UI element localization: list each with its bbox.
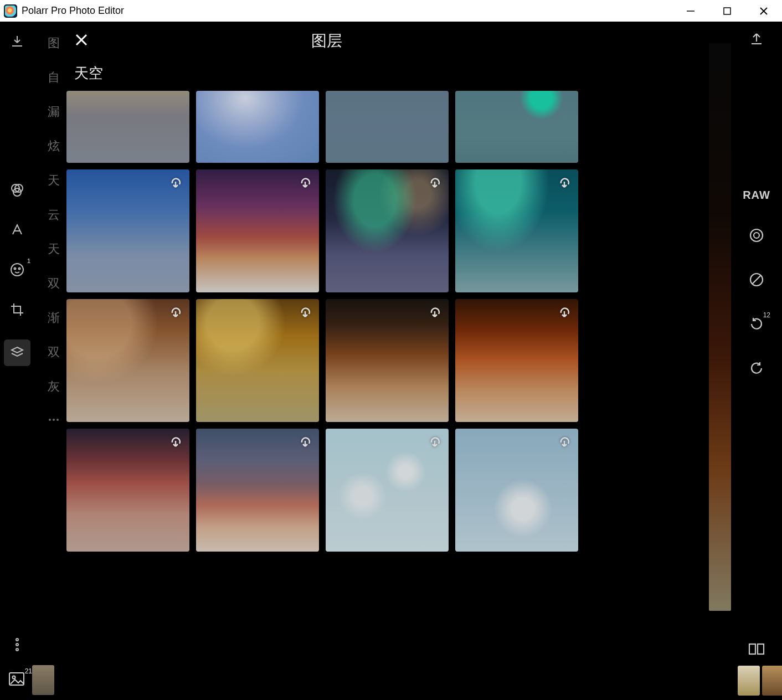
svg-point-11: [16, 639, 18, 641]
image-library-icon[interactable]: 21: [8, 671, 27, 689]
svg-point-18: [754, 233, 759, 238]
download-icon[interactable]: [298, 306, 312, 322]
category-item[interactable]: 图: [48, 35, 60, 52]
export-icon[interactable]: [748, 30, 765, 49]
category-item[interactable]: 天: [48, 172, 60, 189]
target-icon[interactable]: [748, 227, 765, 246]
svg-point-15: [53, 419, 55, 421]
window-titlebar: Polarr Pro Photo Editor: [0, 0, 782, 22]
sky-tile[interactable]: [326, 91, 449, 163]
category-item[interactable]: 天: [48, 241, 60, 258]
bottom-thumbnail-strip: 21: [0, 660, 782, 700]
sky-tile[interactable]: [196, 299, 319, 422]
sky-tile[interactable]: [66, 169, 189, 292]
raw-label[interactable]: RAW: [743, 189, 770, 202]
window-close-button[interactable]: [745, 0, 782, 22]
category-item[interactable]: 炫: [48, 138, 60, 155]
text-icon[interactable]: [7, 220, 27, 240]
svg-rect-21: [749, 644, 755, 654]
sky-tile[interactable]: [326, 169, 449, 292]
overlay-title: 图层: [311, 30, 342, 52]
sky-tile[interactable]: [326, 429, 449, 552]
category-more-icon[interactable]: [47, 413, 61, 427]
category-item[interactable]: 灰: [48, 378, 60, 395]
filters-icon[interactable]: [7, 180, 27, 200]
sky-tile[interactable]: [66, 429, 189, 552]
category-item[interactable]: 渐: [48, 310, 60, 326]
svg-point-14: [49, 419, 51, 421]
history-icon[interactable]: 12: [748, 316, 765, 334]
thumbnail[interactable]: [762, 666, 782, 696]
download-icon[interactable]: [168, 435, 183, 452]
crop-icon[interactable]: [7, 300, 27, 320]
category-item[interactable]: 漏: [48, 104, 60, 120]
svg-point-13: [16, 648, 18, 651]
thumbnail[interactable]: [738, 666, 760, 696]
download-icon[interactable]: [428, 435, 442, 452]
download-icon[interactable]: [428, 176, 442, 193]
sky-tile[interactable]: [455, 299, 578, 422]
layers-overlay-panel: 图层 天空: [66, 22, 587, 700]
download-icon[interactable]: [557, 435, 572, 452]
undo-icon[interactable]: [748, 360, 765, 379]
left-tool-rail: 1: [0, 22, 34, 700]
sky-tile[interactable]: [196, 91, 319, 163]
svg-point-12: [16, 644, 18, 646]
download-icon[interactable]: [298, 435, 312, 452]
sky-tile[interactable]: [326, 299, 449, 422]
sky-tile[interactable]: [455, 169, 578, 292]
right-tool-rail: RAW 12: [731, 22, 782, 700]
svg-line-20: [752, 275, 761, 284]
category-column: 图 自 漏 炫 天 云 天 双 渐 双 灰: [40, 22, 68, 700]
svg-point-10: [19, 268, 20, 270]
overlay-section-title: 天空: [66, 60, 587, 91]
sky-tile[interactable]: [66, 299, 189, 422]
more-icon[interactable]: [7, 635, 27, 655]
window-minimize-button[interactable]: [672, 0, 709, 22]
disabled-icon[interactable]: [748, 271, 765, 290]
download-icon[interactable]: [428, 306, 442, 322]
window-title: Polarr Pro Photo Editor: [22, 5, 124, 17]
svg-rect-22: [758, 644, 764, 654]
category-item[interactable]: 双: [48, 275, 60, 292]
category-item[interactable]: 自: [48, 69, 60, 86]
import-icon[interactable]: [7, 32, 27, 52]
history-count: 12: [763, 311, 770, 319]
svg-rect-1: [724, 8, 730, 14]
window-maximize-button[interactable]: [709, 0, 745, 22]
face-icon[interactable]: 1: [7, 260, 27, 280]
sky-tile[interactable]: [196, 429, 319, 552]
face-badge: 1: [27, 258, 30, 264]
sky-tile[interactable]: [455, 429, 578, 552]
download-icon[interactable]: [557, 306, 572, 322]
svg-point-26: [13, 676, 16, 679]
download-icon[interactable]: [168, 176, 183, 193]
sky-tile[interactable]: [196, 169, 319, 292]
canvas-preview-edge: [709, 43, 731, 611]
svg-point-16: [56, 419, 59, 421]
compare-icon[interactable]: [748, 641, 765, 659]
app-icon: [4, 4, 17, 18]
thumbnail[interactable]: [32, 665, 54, 695]
image-count: 21: [25, 667, 32, 675]
svg-point-17: [750, 229, 763, 241]
sky-tile[interactable]: [455, 91, 578, 163]
overlay-close-button[interactable]: [74, 33, 89, 49]
layers-icon[interactable]: [4, 339, 30, 366]
svg-point-9: [14, 268, 16, 270]
sky-tile-grid: [66, 91, 587, 552]
sky-tile[interactable]: [66, 91, 189, 163]
category-item[interactable]: 云: [48, 207, 60, 223]
category-item[interactable]: 双: [48, 344, 60, 361]
download-icon[interactable]: [168, 306, 183, 322]
download-icon[interactable]: [557, 176, 572, 193]
download-icon[interactable]: [298, 176, 312, 193]
